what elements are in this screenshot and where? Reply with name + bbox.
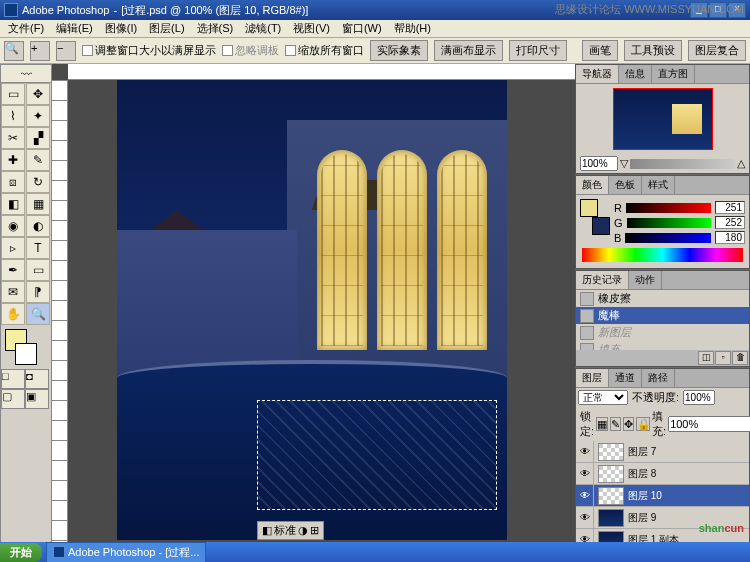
actual-pixels-button[interactable]: 实际象素	[370, 40, 428, 61]
lock-transparent-icon[interactable]: ▦	[596, 417, 608, 431]
gradient-tool[interactable]: ▦	[26, 193, 50, 215]
expand-icon[interactable]: ⊞	[310, 524, 319, 537]
marquee-tool[interactable]: ▭	[1, 83, 25, 105]
tab-channels[interactable]: 通道	[609, 369, 642, 387]
eye-icon[interactable]: 👁	[580, 490, 590, 501]
dodge-tool[interactable]: ◐	[26, 215, 50, 237]
stamp-tool[interactable]: ⧇	[1, 171, 25, 193]
fill-input[interactable]	[668, 416, 750, 432]
zoom-tool-icon[interactable]: 🔍	[4, 41, 24, 61]
navigator-zoom-slider[interactable]	[630, 159, 735, 169]
menu-view[interactable]: 视图(V)	[287, 21, 336, 36]
blue-slider[interactable]	[625, 233, 711, 243]
fit-screen-button[interactable]: 满画布显示	[434, 40, 503, 61]
layer-thumb[interactable]	[598, 465, 624, 483]
tab-swatches[interactable]: 色板	[609, 176, 642, 194]
color-bg-swatch[interactable]	[592, 217, 610, 235]
menu-select[interactable]: 选择(S)	[191, 21, 240, 36]
pen-tool[interactable]: ✒	[1, 259, 25, 281]
menu-window[interactable]: 窗口(W)	[336, 21, 388, 36]
trash-button[interactable]: 🗑	[732, 351, 748, 365]
tab-paths[interactable]: 路径	[642, 369, 675, 387]
layer-thumb[interactable]	[598, 509, 624, 527]
tab-navigator[interactable]: 导航器	[576, 65, 619, 83]
blend-mode-select[interactable]: 正常	[578, 390, 628, 405]
background-color[interactable]	[15, 343, 37, 365]
eyedropper-tool[interactable]: ⁋	[26, 281, 50, 303]
resize-checkbox[interactable]	[82, 45, 93, 56]
menu-filter[interactable]: 滤镜(T)	[239, 21, 287, 36]
lock-move-icon[interactable]: ✥	[623, 417, 634, 431]
navigator-zoom-input[interactable]	[580, 156, 618, 171]
standard-mode-button[interactable]: □	[1, 369, 25, 389]
color-fg-swatch[interactable]	[580, 199, 598, 217]
green-slider[interactable]	[627, 218, 711, 228]
green-value[interactable]: 252	[715, 216, 745, 229]
eye-icon[interactable]: 👁	[580, 512, 590, 523]
zoom-out-icon[interactable]: ▽	[620, 157, 628, 170]
print-size-button[interactable]: 打印尺寸	[509, 40, 567, 61]
zoom-tool[interactable]: 🔍	[26, 303, 50, 325]
navigator-thumbnail[interactable]	[613, 88, 713, 150]
lock-paint-icon[interactable]: ✎	[610, 417, 621, 431]
crop-tool[interactable]: ✂	[1, 127, 25, 149]
history-brush-tool[interactable]: ↻	[26, 171, 50, 193]
ignore-palettes-checkbox[interactable]	[222, 45, 233, 56]
menu-help[interactable]: 帮助(H)	[388, 21, 437, 36]
zoom-in-icon[interactable]: △	[737, 157, 745, 170]
type-tool[interactable]: T	[26, 237, 50, 259]
menu-file[interactable]: 文件(F)	[2, 21, 50, 36]
tab-info[interactable]: 信息	[619, 65, 652, 83]
path-tool[interactable]: ▹	[1, 237, 25, 259]
blue-value[interactable]: 180	[715, 231, 745, 244]
hue-spectrum[interactable]	[582, 248, 743, 262]
brush-palette-button[interactable]: 画笔	[582, 40, 618, 61]
history-item[interactable]: 新图层	[576, 324, 749, 341]
screen-mode-1[interactable]: ▢	[1, 389, 25, 409]
eye-icon[interactable]: 👁	[580, 468, 590, 479]
blur-tool[interactable]: ◉	[1, 215, 25, 237]
shape-tool[interactable]: ▭	[26, 259, 50, 281]
ruler-horizontal[interactable]	[68, 64, 575, 80]
zoom-out-icon[interactable]: −	[56, 41, 76, 61]
eraser-tool[interactable]: ◧	[1, 193, 25, 215]
heal-tool[interactable]: ✚	[1, 149, 25, 171]
history-item[interactable]: 填充	[576, 341, 749, 350]
tab-styles[interactable]: 样式	[642, 176, 675, 194]
history-item[interactable]: 橡皮擦	[576, 290, 749, 307]
brush-tool[interactable]: ✎	[26, 149, 50, 171]
layer-row[interactable]: 👁图层 10	[576, 485, 749, 507]
hand-tool[interactable]: ✋	[1, 303, 25, 325]
layer-row[interactable]: 👁图层 8	[576, 463, 749, 485]
menu-layer[interactable]: 图层(L)	[143, 21, 190, 36]
document-canvas[interactable]: ◧ 标准 ◑ ⊞	[117, 80, 507, 540]
opacity-input[interactable]	[683, 390, 715, 405]
taskbar-photoshop[interactable]: Adobe Photoshop - [过程...	[46, 542, 206, 563]
slice-tool[interactable]: ▞	[26, 127, 50, 149]
menu-image[interactable]: 图像(I)	[99, 21, 143, 36]
layer-row[interactable]: 👁图层 7	[576, 441, 749, 463]
tab-layers[interactable]: 图层	[576, 369, 609, 387]
screen-mode-2[interactable]: ▣	[25, 389, 49, 409]
layer-comps-button[interactable]: 图层复合	[688, 40, 746, 61]
wand-tool[interactable]: ✦	[26, 105, 50, 127]
zoom-in-icon[interactable]: +	[30, 41, 50, 61]
lock-all-icon[interactable]: 🔒	[636, 417, 650, 431]
new-doc-button[interactable]: ▫	[715, 351, 731, 365]
lasso-tool[interactable]: ⌇	[1, 105, 25, 127]
moon-icon[interactable]: ◑	[298, 524, 308, 537]
start-button[interactable]: 开始	[0, 543, 42, 562]
history-item[interactable]: 魔棒	[576, 307, 749, 324]
tab-histogram[interactable]: 直方图	[652, 65, 695, 83]
mask-mode-icon[interactable]: ◧	[262, 524, 272, 537]
zoom-all-checkbox[interactable]	[285, 45, 296, 56]
red-value[interactable]: 251	[715, 201, 745, 214]
tool-presets-button[interactable]: 工具预设	[624, 40, 682, 61]
notes-tool[interactable]: ✉	[1, 281, 25, 303]
new-snapshot-button[interactable]: ◫	[698, 351, 714, 365]
layer-thumb[interactable]	[598, 443, 624, 461]
tab-actions[interactable]: 动作	[629, 271, 662, 289]
quickmask-button[interactable]: ◘	[25, 369, 49, 389]
eye-icon[interactable]: 👁	[580, 446, 590, 457]
move-tool[interactable]: ✥	[26, 83, 50, 105]
